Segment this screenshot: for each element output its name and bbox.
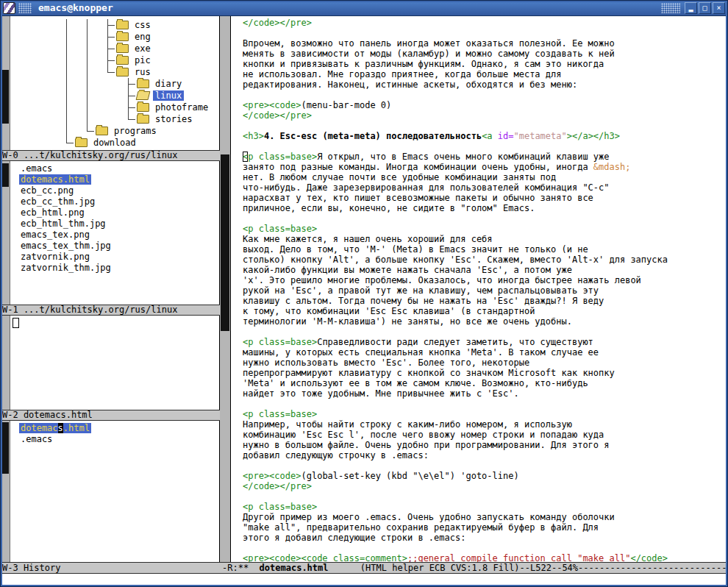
buffer-text-segment: этого я добавил следующие строки в .emac… [243, 533, 465, 543]
file-item-label: emacs_tex.png [19, 230, 91, 240]
buffer-text-segment: нарасхват у тех, кто пишет всевозможные … [243, 193, 593, 203]
file-item-emacs_tex_thm.jpg[interactable]: emacs_tex_thm.jpg [10, 241, 219, 252]
tree-item-photoframe[interactable]: photoframe [10, 102, 219, 113]
tree-item-rus[interactable]: rus [10, 66, 219, 78]
file-item-dotemacs.html[interactable]: dotemacs.html [10, 423, 219, 434]
file-item-.emacs[interactable]: .emacs [10, 163, 219, 174]
buffer-line: "make all", предварительно сохранив реда… [243, 522, 728, 533]
w1-scrollbar[interactable] [0, 316, 10, 410]
directory-tree[interactable]: cssengexepicrusdiarylinuxphotoframestori… [10, 16, 219, 150]
titlebar-texture-right [661, 3, 680, 13]
file-item-label: emacs_tex_thm.jpg [19, 241, 113, 251]
w1-file-list[interactable] [10, 316, 219, 410]
buffer-line [243, 460, 728, 471]
tree-connector [97, 31, 115, 43]
w3-header[interactable]: W-3 History [0, 562, 220, 574]
tree-guide-line [56, 78, 76, 90]
file-item-zatvornik_thm.jpg[interactable]: zatvornik_thm.jpg [10, 263, 219, 274]
maximize-button[interactable]: □ [699, 2, 711, 14]
buffer-text-segment: <p class=base> [243, 337, 317, 347]
tree-item-label: download [91, 138, 138, 148]
buffer-text-segment: Например, чтобы найти строку с каким-либ… [243, 419, 572, 430]
tree-item-pic[interactable]: pic [10, 54, 219, 66]
tree-item-diary[interactable]: diary [10, 78, 219, 90]
buffer-line [243, 327, 728, 337]
file-item-dotemacs.html[interactable]: dotemacs.html [10, 174, 219, 185]
w0-header[interactable]: W-0 ...t/kulchitsky.org/rus/linux [0, 150, 220, 161]
tree-item-exe[interactable]: exe [10, 43, 219, 54]
buffer-text-segment: p class=base> [248, 152, 317, 162]
file-item-emacs_tex.png[interactable]: emacs_tex.png [10, 230, 219, 241]
file-item-ecb_cc_thm.jpg[interactable]: ecb_cc_thm.jpg [10, 196, 219, 207]
titlebar[interactable]: emacs@knopper ▂□× [0, 0, 728, 16]
buffer-line: приличное, если вы, конечно, не сидите в… [243, 203, 728, 213]
tree-guide-line [56, 90, 76, 102]
file-item-zatvornik.png[interactable]: zatvornik.png [10, 252, 219, 263]
w0-scrollbar[interactable] [0, 161, 10, 305]
edit-buffer[interactable]: </code></pre>Впрочем, возможно что панел… [231, 16, 728, 562]
tree-guide-line [56, 31, 76, 43]
buffer-text-segment: кнопки и привязывать к различным функция… [243, 59, 604, 69]
buffer-line: нарасхват у тех, кто пишет всевозможные … [243, 193, 728, 203]
window-icon[interactable] [3, 2, 15, 14]
file-item-ecb_cc.png[interactable]: ecb_cc.png [10, 185, 219, 196]
tree-item-linux[interactable]: linux [10, 90, 219, 102]
buffer-line: к тому, что комбинации 'Esc Esc клавиша'… [243, 306, 728, 316]
tree-scrollbar[interactable] [0, 16, 10, 150]
window-title: emacs@knopper [35, 2, 117, 13]
buffer-text-segment: приличное, если вы, конечно, не сидите в… [243, 203, 535, 213]
tree-item-programs[interactable]: programs [10, 125, 219, 137]
buffer-line: столько) кнопку 'Alt', а больше кнопку '… [243, 255, 728, 265]
close-button[interactable]: × [713, 2, 725, 14]
buffer-text-segment: к тому, что комбинации 'Esc Esc клавиша'… [243, 306, 535, 316]
scrollbar-thumb[interactable] [1, 422, 9, 474]
tree-guide-line [97, 113, 118, 125]
tree-item-eng[interactable]: eng [10, 31, 219, 43]
tree-connector [76, 125, 94, 137]
buffer-line: нужно в большом файле. Очень удобно при … [243, 440, 728, 450]
file-item-.emacs[interactable]: .emacs [10, 434, 219, 445]
edit-scrollbar[interactable] [219, 16, 231, 562]
tree-item-download[interactable]: download [10, 137, 219, 149]
buffer-line: добавил следующую строчку в .emacs: [243, 450, 728, 460]
modeline[interactable]: -R:** dotemacs.html (HTML helper ECB CVS… [220, 562, 728, 574]
buffer-line: <pre><code>(menu-bar-mode 0) [243, 100, 728, 110]
tree-connector [118, 90, 135, 102]
w1-header[interactable]: W-1 ...t/kulchitsky.org/rus/linux [0, 305, 220, 316]
buffer-line [243, 90, 728, 100]
w2-scrollbar[interactable] [0, 421, 10, 562]
file-item-ecb_html.png[interactable]: ecb_html.png [10, 207, 219, 218]
buffer-line [243, 399, 728, 409]
buffer-text-segment: Я открыл, что в Emacs очень много комбин… [317, 152, 609, 162]
tree-item-stories[interactable]: stories [10, 113, 219, 125]
tree-connector [118, 78, 135, 90]
scrollbar-thumb[interactable] [1, 163, 9, 187]
buffer-line: <p class=base> [243, 224, 728, 234]
buffer-text-segment: "make all", предварительно сохранив реда… [243, 522, 599, 533]
tree-guide-line [56, 19, 76, 31]
w0-file-list[interactable]: .emacsdotemacs.htmlecb_cc.pngecb_cc_thm.… [10, 161, 219, 305]
buffer-text-segment: <pre><code><code class=comment> [243, 553, 407, 562]
tree-item-label: exe [132, 43, 153, 54]
scrollbar-thumb[interactable] [1, 70, 9, 124]
minimize-button[interactable]: ▂ [685, 2, 697, 14]
buffer-text-segment: 'x'. Это решило многие проблемы. Оказало… [243, 275, 641, 285]
tree-item-css[interactable]: css [10, 19, 219, 31]
buffer-text-segment: столько) кнопку 'Alt', а больше кнопку '… [243, 255, 668, 265]
scrollbar-thumb[interactable] [221, 154, 229, 331]
modeline-info: (HTML helper ECB CVS:1.8 Fill)--L522--54… [329, 563, 579, 573]
buffer-line: <h3>4. Esc-esc (meta-meta) последователь… [243, 131, 728, 141]
w2-header[interactable]: W-2 dotemacs.html [0, 410, 220, 421]
tree-guide-line [76, 78, 97, 90]
buffer-line: кнопки и привязывать к различным функция… [243, 59, 728, 69]
titlebar-buttons: ▂□× [685, 2, 725, 14]
buffer-text-segment: <p class=base> [243, 502, 317, 512]
buffer-line: <pre><code><code class=comment>;;general… [243, 553, 728, 562]
tree-connector [118, 113, 135, 125]
buffer-line [243, 121, 728, 131]
minibuffer[interactable] [0, 574, 728, 587]
w2-file-list[interactable]: dotemacs.html.emacs [10, 421, 219, 562]
buffer-line: рукой на 'Esc', а правой тут же на клави… [243, 285, 728, 296]
file-item-ecb_html_thm.jpg[interactable]: ecb_html_thm.jpg [10, 218, 219, 230]
buffer-line: Другой пример из моего .emacs. Очень удо… [243, 512, 728, 522]
